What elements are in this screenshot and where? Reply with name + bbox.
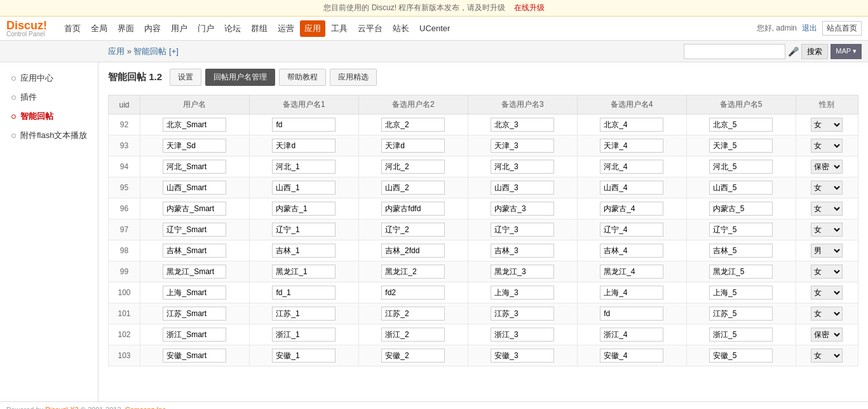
input-alt1[interactable] bbox=[272, 223, 336, 237]
cell-alt2[interactable] bbox=[358, 282, 468, 303]
cell-alt2[interactable] bbox=[358, 177, 468, 198]
cell-alt3[interactable] bbox=[468, 156, 577, 177]
input-alt1[interactable] bbox=[272, 349, 336, 363]
input-alt2[interactable] bbox=[381, 139, 445, 153]
cell-alt2[interactable] bbox=[358, 324, 468, 345]
tab-featured[interactable]: 应用精选 bbox=[330, 69, 377, 86]
input-username[interactable] bbox=[163, 223, 226, 237]
input-alt1[interactable] bbox=[272, 160, 336, 174]
input-alt5[interactable] bbox=[709, 328, 773, 342]
input-username[interactable] bbox=[163, 244, 226, 258]
nav-portal[interactable]: 门户 bbox=[193, 20, 219, 37]
input-username[interactable] bbox=[163, 307, 226, 321]
input-alt4[interactable] bbox=[600, 265, 663, 279]
cell-alt4[interactable] bbox=[577, 261, 686, 282]
input-alt2[interactable] bbox=[381, 160, 445, 174]
nav-cloud[interactable]: 云平台 bbox=[353, 20, 387, 37]
input-alt3[interactable] bbox=[491, 286, 554, 300]
cell-alt5[interactable] bbox=[686, 135, 796, 156]
cell-alt3[interactable] bbox=[468, 219, 577, 240]
input-alt2[interactable] bbox=[381, 349, 445, 363]
input-username[interactable] bbox=[163, 286, 226, 300]
cell-gender[interactable]: 男女保密 bbox=[796, 135, 858, 156]
input-alt5[interactable] bbox=[709, 118, 773, 132]
input-alt3[interactable] bbox=[491, 349, 554, 363]
nav-admin[interactable]: 站长 bbox=[388, 20, 414, 37]
input-alt2[interactable] bbox=[381, 328, 445, 342]
input-alt2[interactable] bbox=[381, 286, 445, 300]
site-home-link[interactable]: 站点首页 bbox=[822, 21, 862, 36]
cell-alt4[interactable] bbox=[577, 240, 686, 261]
notice-link[interactable]: 在线升级 bbox=[514, 3, 545, 12]
footer-brand[interactable]: Discuz! X3 bbox=[45, 406, 79, 409]
input-alt4[interactable] bbox=[600, 349, 663, 363]
cell-gender[interactable]: 男女保密 bbox=[796, 261, 858, 282]
input-alt3[interactable] bbox=[491, 160, 554, 174]
cell-alt3[interactable] bbox=[468, 303, 577, 324]
cell-alt1[interactable] bbox=[249, 345, 358, 366]
tab-username-management[interactable]: 回帖用户名管理 bbox=[205, 69, 275, 86]
logout-link[interactable]: 退出 bbox=[802, 23, 817, 34]
input-alt5[interactable] bbox=[709, 349, 773, 363]
input-alt3[interactable] bbox=[491, 139, 554, 153]
input-alt5[interactable] bbox=[709, 202, 773, 216]
cell-alt2[interactable] bbox=[358, 345, 468, 366]
cell-alt3[interactable] bbox=[468, 261, 577, 282]
cell-alt4[interactable] bbox=[577, 114, 686, 135]
cell-username[interactable] bbox=[140, 303, 250, 324]
search-button[interactable]: 搜索 bbox=[801, 44, 828, 59]
input-alt3[interactable] bbox=[491, 328, 554, 342]
input-alt4[interactable] bbox=[600, 181, 663, 195]
cell-username[interactable] bbox=[140, 156, 250, 177]
sidebar-item-plugins[interactable]: 插件 bbox=[0, 88, 98, 107]
cell-alt1[interactable] bbox=[249, 282, 358, 303]
input-alt3[interactable] bbox=[491, 223, 554, 237]
input-alt4[interactable] bbox=[600, 307, 663, 321]
cell-alt4[interactable] bbox=[577, 177, 686, 198]
cell-gender[interactable]: 男女保密 bbox=[796, 156, 858, 177]
cell-alt1[interactable] bbox=[249, 303, 358, 324]
cell-alt5[interactable] bbox=[686, 261, 796, 282]
nav-interface[interactable]: 界面 bbox=[113, 20, 139, 37]
cell-alt3[interactable] bbox=[468, 324, 577, 345]
cell-username[interactable] bbox=[140, 198, 250, 219]
cell-alt3[interactable] bbox=[468, 240, 577, 261]
sidebar-item-smartreply[interactable]: 智能回帖 bbox=[0, 107, 98, 126]
cell-alt4[interactable] bbox=[577, 135, 686, 156]
input-alt5[interactable] bbox=[709, 139, 773, 153]
input-alt1[interactable] bbox=[272, 307, 336, 321]
breadcrumb-smartreply[interactable]: 智能回帖 bbox=[133, 46, 166, 56]
cell-alt1[interactable] bbox=[249, 240, 358, 261]
input-alt1[interactable] bbox=[272, 244, 336, 258]
cell-alt1[interactable] bbox=[249, 177, 358, 198]
tab-settings[interactable]: 设置 bbox=[170, 69, 201, 86]
select-gender[interactable]: 男女保密 bbox=[811, 181, 843, 195]
cell-alt3[interactable] bbox=[468, 345, 577, 366]
input-alt3[interactable] bbox=[491, 265, 554, 279]
cell-username[interactable] bbox=[140, 282, 250, 303]
input-alt4[interactable] bbox=[600, 160, 663, 174]
input-alt5[interactable] bbox=[709, 223, 773, 237]
input-username[interactable] bbox=[163, 265, 226, 279]
cell-username[interactable] bbox=[140, 345, 250, 366]
select-gender[interactable]: 男女保密 bbox=[811, 139, 843, 153]
select-gender[interactable]: 男女保密 bbox=[811, 349, 843, 363]
breadcrumb-apps[interactable]: 应用 bbox=[108, 46, 125, 56]
cell-alt5[interactable] bbox=[686, 177, 796, 198]
select-gender[interactable]: 男女保密 bbox=[811, 286, 843, 300]
cell-alt5[interactable] bbox=[686, 114, 796, 135]
input-alt4[interactable] bbox=[600, 286, 663, 300]
cell-alt5[interactable] bbox=[686, 345, 796, 366]
select-gender[interactable]: 男女保密 bbox=[811, 118, 843, 132]
input-username[interactable] bbox=[163, 202, 226, 216]
cell-alt1[interactable] bbox=[249, 114, 358, 135]
cell-alt2[interactable] bbox=[358, 114, 468, 135]
cell-alt5[interactable] bbox=[686, 324, 796, 345]
input-alt4[interactable] bbox=[600, 139, 663, 153]
cell-username[interactable] bbox=[140, 219, 250, 240]
cell-alt2[interactable] bbox=[358, 135, 468, 156]
nav-ucenter[interactable]: UCenter bbox=[415, 21, 454, 36]
select-gender[interactable]: 男女保密 bbox=[811, 328, 843, 342]
input-username[interactable] bbox=[163, 139, 226, 153]
cell-alt3[interactable] bbox=[468, 177, 577, 198]
